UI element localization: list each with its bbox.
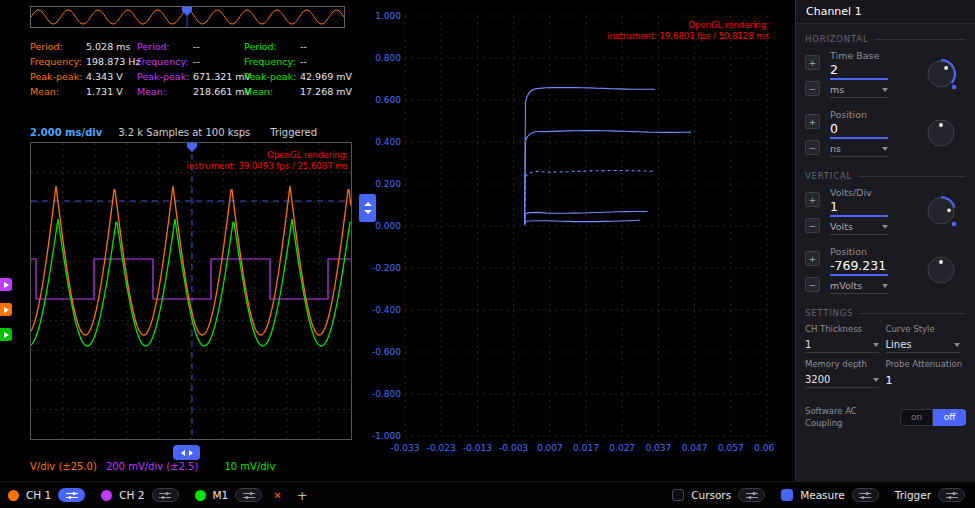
memory-depth-select[interactable]: 3200	[805, 374, 879, 388]
voltsdiv-value[interactable]: 1	[830, 199, 888, 217]
timebase-increment-button[interactable]: +	[805, 55, 820, 70]
ch2-scale-label: 200 mV/div (±2.5)	[106, 461, 199, 472]
cursors-checkbox[interactable]	[672, 489, 684, 501]
arrow-left-icon	[181, 450, 185, 456]
voltsdiv-unit-select[interactable]: Volts	[830, 221, 888, 235]
horizontal-pan-button[interactable]	[173, 445, 200, 460]
peakpeak-label: Peak-peak:	[244, 71, 300, 82]
bottom-bar-right: Cursors Measure	[672, 488, 965, 502]
ac-coupling-toggle[interactable]: on off	[900, 409, 966, 426]
timebase-readout: 2.000 ms/div	[30, 127, 102, 138]
arrow-right-icon	[189, 450, 193, 456]
curve-style-select[interactable]: Lines	[886, 339, 960, 353]
svg-text:0.400: 0.400	[375, 137, 401, 147]
m1-offset-handle[interactable]	[0, 328, 12, 341]
vposition-increment-button[interactable]: +	[805, 251, 820, 266]
measurements-ch2: Period:-- Frequency:-- Peak-peak:671.321…	[137, 41, 244, 101]
svg-text:-0.003: -0.003	[499, 443, 528, 453]
svg-text:0.037: 0.037	[646, 443, 672, 453]
ch2-channel-control: CH 2	[101, 488, 178, 502]
m1-channel-control: M1 ✕ +	[195, 488, 308, 503]
frequency-label: Frequency:	[244, 56, 300, 67]
ch1-settings-menu-button[interactable]	[58, 488, 85, 502]
period-label: Period:	[30, 41, 86, 52]
svg-text:1.000: 1.000	[375, 11, 401, 21]
vertical-position-control: + − Position -769.231 mVolts	[805, 246, 966, 298]
svg-text:0.600: 0.600	[375, 95, 401, 105]
ch2-settings-menu-button[interactable]	[152, 488, 179, 502]
main-plot[interactable]: OpenGL rendering: instrument: 39.0493 fp…	[30, 142, 352, 440]
xy-plot[interactable]: -0.033-0.023-0.013-0.0030.0070.0170.0270…	[370, 9, 775, 461]
timebase-value[interactable]: 2	[830, 62, 888, 80]
timebase-unit-select[interactable]: ms	[830, 84, 888, 98]
status-line: 2.000 ms/div 3.2 k Samples at 100 ksps T…	[30, 127, 317, 138]
m1-scale-label: 10 mV/div	[224, 461, 275, 472]
cursors-settings-menu-button[interactable]	[738, 488, 765, 502]
m1-channel-label[interactable]: M1	[213, 489, 229, 501]
vposition-knob[interactable]	[924, 253, 960, 291]
hposition-knob[interactable]	[924, 116, 960, 154]
ch-thickness-select[interactable]: 1	[805, 339, 879, 353]
voltsdiv-decrement-button[interactable]: −	[805, 218, 820, 233]
ch1-mean-value: 1.731 V	[86, 86, 123, 97]
vposition-value[interactable]: -769.231	[830, 258, 888, 276]
ch-thickness-label: CH Thickness	[805, 324, 886, 334]
m1-mean-value: 17.268 mV	[300, 86, 352, 97]
hposition-increment-button[interactable]: +	[805, 114, 820, 129]
chevron-down-icon	[882, 88, 888, 92]
vposition-decrement-button[interactable]: −	[805, 277, 820, 292]
mean-label: Mean:	[244, 86, 300, 97]
chevron-down-icon	[873, 343, 879, 347]
m1-settings-menu-button[interactable]	[235, 488, 262, 502]
hposition-decrement-button[interactable]: −	[805, 140, 820, 155]
ch1-color-dot	[8, 490, 19, 501]
timebase-knob[interactable]	[924, 57, 960, 95]
divider	[858, 176, 966, 177]
trigger-label[interactable]: Trigger	[895, 489, 931, 501]
voltsdiv-control: + − Volts/Div 1 Volts	[805, 187, 966, 239]
ac-coupling-on-button[interactable]: on	[900, 409, 933, 426]
ch2-period-value: --	[193, 41, 200, 52]
svg-text:-0.600: -0.600	[372, 347, 401, 357]
ch1-offset-handle[interactable]	[0, 303, 12, 316]
sliders-icon	[945, 491, 959, 500]
ch1-channel-label[interactable]: CH 1	[26, 489, 51, 501]
channel-settings-panel: Channel 1 HORIZONTAL + − Time Base 2 ms	[795, 0, 975, 481]
measure-settings-menu-button[interactable]	[852, 488, 879, 502]
timebase-label: Time Base	[830, 50, 892, 61]
measure-checkbox[interactable]	[781, 489, 793, 501]
svg-text:0.000: 0.000	[375, 221, 401, 231]
ch2-offset-handle[interactable]	[0, 278, 12, 291]
add-channel-button[interactable]: +	[297, 488, 308, 503]
svg-text:0.047: 0.047	[682, 443, 708, 453]
hposition-value[interactable]: 0	[830, 121, 888, 139]
curve-style-label: Curve Style	[886, 324, 967, 334]
timebase-decrement-button[interactable]: −	[805, 81, 820, 96]
chevron-down-icon	[882, 147, 888, 151]
remove-math-channel-button[interactable]: ✕	[273, 490, 281, 501]
voltsdiv-increment-button[interactable]: +	[805, 192, 820, 207]
preview-waveform	[31, 7, 344, 27]
voltsdiv-knob[interactable]	[924, 194, 960, 232]
ch2-channel-label[interactable]: CH 2	[119, 489, 144, 501]
measure-label[interactable]: Measure	[800, 489, 845, 501]
probe-attenuation-input[interactable]: 1	[886, 374, 960, 389]
vposition-unit-select[interactable]: mVolts	[830, 280, 888, 294]
main-plot-canvas	[31, 143, 351, 439]
timebase-control: + − Time Base 2 ms	[805, 50, 966, 102]
chevron-down-icon	[873, 378, 879, 382]
xy-plot-canvas: -0.033-0.023-0.013-0.0030.0070.0170.0270…	[370, 9, 775, 461]
svg-text:0.007: 0.007	[537, 443, 563, 453]
svg-text:-0.033: -0.033	[390, 443, 419, 453]
cursors-label[interactable]: Cursors	[691, 489, 731, 501]
svg-text:-1.000: -1.000	[372, 431, 401, 441]
arrow-right-icon	[4, 332, 9, 338]
hposition-unit-select[interactable]: ns	[830, 143, 888, 157]
arrow-right-icon	[4, 307, 9, 313]
horizontal-section-header: HORIZONTAL	[805, 34, 966, 44]
ac-coupling-off-button[interactable]: off	[933, 409, 966, 426]
period-label: Period:	[244, 41, 300, 52]
trigger-settings-menu-button[interactable]	[938, 488, 965, 502]
sliders-icon	[242, 491, 256, 500]
acquisition-preview[interactable]	[30, 6, 345, 28]
